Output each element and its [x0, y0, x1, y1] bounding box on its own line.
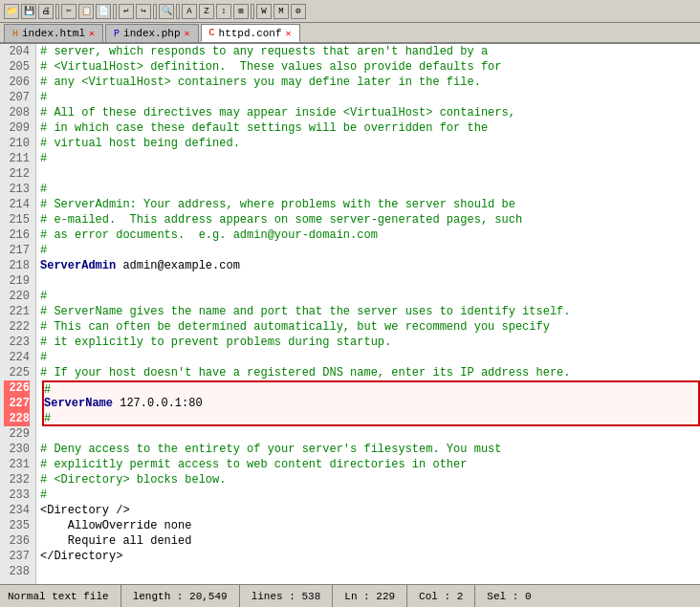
code-line-232[interactable]: # <Directory> blocks below.: [40, 472, 700, 488]
code-line-223[interactable]: # it explicitly to prevent problems duri…: [40, 335, 700, 350]
toolbar-icon-1[interactable]: 📁: [4, 4, 19, 19]
code-line-227[interactable]: ServerName 127.0.0.1:80: [42, 396, 700, 411]
line-number-221: 221: [4, 304, 30, 319]
toolbar-icon-14[interactable]: M: [273, 4, 289, 19]
tab-label-index-php: index.php: [123, 28, 180, 39]
code-line-233[interactable]: #: [40, 488, 700, 503]
code-line-214[interactable]: # ServerAdmin: Your address, where probl…: [40, 197, 700, 212]
status-file-type: Normal text file: [8, 585, 121, 607]
line-number-230: 230: [4, 442, 30, 457]
line-number-204: 204: [4, 44, 30, 59]
line-number-225: 225: [4, 365, 30, 380]
line-number-217: 217: [4, 243, 30, 258]
tab-close-httpd-conf[interactable]: ✕: [286, 28, 292, 39]
line-number-234: 234: [4, 503, 30, 518]
tab-index-html[interactable]: H index.html ✕: [4, 24, 103, 42]
conf-icon: C: [209, 28, 215, 38]
line-number-237: 237: [4, 549, 30, 564]
code-line-204[interactable]: # server, which responds to any requests…: [40, 44, 700, 59]
code-line-234[interactable]: <Directory />: [40, 503, 700, 518]
toolbar-icon-3[interactable]: 🖨: [38, 4, 54, 19]
code-line-237[interactable]: </Directory>: [40, 549, 700, 564]
line-number-207: 207: [4, 90, 30, 105]
toolbar-icon-4[interactable]: ✂: [61, 4, 77, 19]
editor-container: 2042052062072082092102112122132142152162…: [0, 44, 700, 584]
line-number-213: 213: [4, 182, 30, 197]
code-line-211[interactable]: #: [40, 151, 700, 166]
status-lines: lines : 538: [240, 585, 334, 607]
toolbar-separator-1: [55, 4, 59, 19]
toolbar: 📁 💾 🖨 ✂ 📋 📄 ↩ ↪ 🔍 A Z ↕ ⊞ W M ⚙: [0, 0, 700, 23]
code-line-218[interactable]: ServerAdmin admin@example.com: [40, 258, 700, 273]
code-line-231[interactable]: # explicitly permit access to web conten…: [40, 457, 700, 472]
code-line-229[interactable]: [40, 426, 700, 442]
line-number-232: 232: [4, 472, 30, 488]
toolbar-icon-8[interactable]: ↪: [136, 4, 151, 19]
line-number-208: 208: [4, 105, 30, 120]
toolbar-icon-9[interactable]: A: [182, 4, 197, 19]
code-line-205[interactable]: # <VirtualHost> definition. These values…: [40, 59, 700, 75]
line-number-238: 238: [4, 564, 30, 579]
toolbar-icon-11[interactable]: ↕: [216, 4, 231, 19]
code-line-236[interactable]: Require all denied: [40, 533, 700, 549]
toolbar-icon-15[interactable]: ⚙: [291, 4, 306, 19]
code-line-230[interactable]: # Deny access to the entirety of your se…: [40, 442, 700, 457]
code-area[interactable]: # server, which responds to any requests…: [36, 44, 700, 584]
code-line-208[interactable]: # All of these directives may appear ins…: [40, 105, 700, 120]
code-line-220[interactable]: #: [40, 289, 700, 304]
line-number-220: 220: [4, 289, 30, 304]
line-number-216: 216: [4, 228, 30, 243]
code-line-235[interactable]: AllowOverride none: [40, 518, 700, 533]
line-number-212: 212: [4, 166, 30, 182]
toolbar-icon-5[interactable]: 📋: [78, 4, 94, 19]
line-number-235: 235: [4, 518, 30, 533]
code-line-206[interactable]: # any <VirtualHost> containers you may d…: [40, 75, 700, 90]
toolbar-icon-6[interactable]: 📄: [96, 4, 111, 19]
code-line-217[interactable]: #: [40, 243, 700, 258]
code-line-213[interactable]: #: [40, 182, 700, 197]
tab-close-index-php[interactable]: ✕: [185, 28, 190, 39]
code-line-228[interactable]: #: [42, 411, 700, 426]
line-number-214: 214: [4, 197, 30, 212]
tab-bar: H index.html ✕ P index.php ✕ C httpd.con…: [0, 23, 700, 44]
line-number-228: 228: [4, 411, 30, 426]
toolbar-icon-7[interactable]: ↩: [119, 4, 134, 19]
toolbar-icon-13[interactable]: W: [256, 4, 272, 19]
code-line-216[interactable]: # as error documents. e.g. admin@your-do…: [40, 228, 700, 243]
code-line-238[interactable]: [40, 564, 700, 579]
code-line-212[interactable]: [40, 166, 700, 182]
line-number-222: 222: [4, 319, 30, 335]
editor-content[interactable]: 2042052062072082092102112122132142152162…: [0, 44, 700, 584]
line-number-206: 206: [4, 75, 30, 90]
toolbar-icon-2[interactable]: 💾: [21, 4, 36, 19]
code-line-215[interactable]: # e-mailed. This address appears on some…: [40, 212, 700, 228]
code-line-221[interactable]: # ServerName gives the name and port tha…: [40, 304, 700, 319]
tab-httpd-conf[interactable]: C httpd.conf ✕: [201, 24, 300, 42]
line-number-205: 205: [4, 59, 30, 75]
line-number-211: 211: [4, 151, 30, 166]
toolbar-icon-10[interactable]: Z: [199, 4, 214, 19]
toolbar-separator-3: [153, 4, 157, 19]
line-numbers: 2042052062072082092102112122132142152162…: [0, 44, 36, 584]
tab-label-index-html: index.html: [22, 28, 85, 39]
toolbar-icon-find[interactable]: 🔍: [159, 4, 174, 19]
code-line-222[interactable]: # This can often be determined automatic…: [40, 319, 700, 335]
code-line-210[interactable]: # virtual host being defined.: [40, 136, 700, 151]
tab-index-php[interactable]: P index.php ✕: [105, 24, 198, 42]
toolbar-icon-12[interactable]: ⊞: [233, 4, 249, 19]
code-line-207[interactable]: #: [40, 90, 700, 105]
line-number-223: 223: [4, 335, 30, 350]
code-line-219[interactable]: [40, 273, 700, 289]
line-number-218: 218: [4, 258, 30, 273]
line-number-231: 231: [4, 457, 30, 472]
code-line-224[interactable]: #: [40, 350, 700, 365]
code-line-226[interactable]: #: [42, 380, 700, 396]
status-bar: Normal text file length : 20,549 lines :…: [0, 584, 700, 607]
code-line-225[interactable]: # If your host doesn't have a registered…: [40, 365, 700, 380]
status-length: length : 20,549: [121, 585, 240, 607]
html-icon: H: [12, 29, 18, 39]
tab-close-index-html[interactable]: ✕: [89, 28, 95, 39]
code-line-209[interactable]: # in which case these default settings w…: [40, 120, 700, 136]
line-number-229: 229: [4, 426, 30, 442]
line-number-236: 236: [4, 533, 30, 549]
